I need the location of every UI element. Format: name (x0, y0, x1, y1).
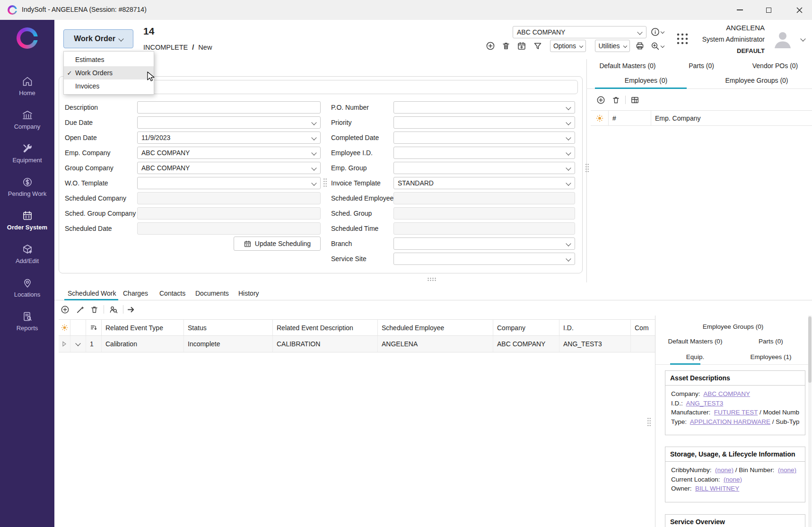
filter-button[interactable] (533, 41, 543, 51)
branch-select[interactable] (393, 237, 575, 250)
sidebar-item-order-system[interactable]: Order System (0, 203, 54, 237)
schedule-table-row[interactable]: 1 Calibration Incomplete CALIBRATION ANG… (59, 336, 655, 352)
sort-button[interactable] (86, 320, 102, 335)
minimize-button[interactable] (729, 0, 751, 20)
add-record-button[interactable] (485, 41, 496, 51)
employees-add-button[interactable] (596, 95, 605, 105)
splitter-handle[interactable] (427, 277, 437, 281)
tab-employee-groups[interactable]: Employee Groups (0) (701, 77, 812, 88)
tab-scheduled-work[interactable]: Scheduled Work (68, 290, 116, 297)
col-related-event-description[interactable]: Related Event Description (273, 320, 378, 335)
sidebar-item-reports[interactable]: Reports (0, 304, 54, 338)
emp-group-select[interactable] (393, 162, 575, 174)
bin-number-link[interactable]: (none) (778, 466, 796, 474)
column-chooser-button[interactable] (59, 320, 70, 335)
employee-id-select[interactable] (393, 147, 575, 159)
sidebar-item-add-edit[interactable]: Add/Edit (0, 237, 54, 271)
schedule-go-button[interactable] (126, 305, 136, 314)
sidebar-item-locations[interactable]: Locations (0, 271, 54, 304)
maximize-button[interactable] (758, 0, 779, 20)
tab-contacts[interactable]: Contacts (159, 290, 185, 297)
priority-select[interactable] (393, 116, 575, 129)
calendar-add-button[interactable] (516, 41, 527, 51)
menu-item-invoices[interactable]: Invoices (64, 79, 154, 93)
sched-group-company-input[interactable] (137, 207, 321, 220)
asset-id-link[interactable]: ANG_TEST3 (686, 400, 724, 407)
tab-vendor-pos[interactable]: Vendor POs (0) (738, 62, 812, 73)
col-scheduled-employee[interactable]: Scheduled Employee (378, 320, 493, 335)
user-avatar[interactable] (772, 28, 794, 50)
tab-default-masters[interactable]: Default Masters (0) (591, 62, 664, 73)
print-button[interactable] (635, 41, 645, 51)
scheduled-time-input[interactable] (393, 222, 575, 235)
schedule-assign-employee-button[interactable] (108, 305, 118, 314)
close-button[interactable] (788, 0, 810, 20)
asset-type-link[interactable]: APPLICATION HARDWARE (690, 418, 770, 425)
col-num[interactable]: # (609, 111, 651, 125)
row-dropdown[interactable] (70, 336, 86, 352)
sidebar-item-company[interactable]: Company (0, 103, 54, 136)
tab-employee-groups2[interactable]: Employee Groups (0) (657, 323, 809, 334)
tab-charges[interactable]: Charges (123, 290, 148, 297)
wo-template-select[interactable] (137, 177, 321, 189)
tab-employees1[interactable]: Employees (1) (733, 353, 809, 364)
tab-parts2[interactable]: Parts (0) (733, 338, 809, 348)
current-location-link[interactable]: (none) (724, 476, 742, 483)
menu-item-work-orders[interactable]: ✓ Work Orders (64, 66, 154, 79)
sidebar-item-equipment[interactable]: Equipment (0, 136, 54, 170)
scheduled-company-input[interactable] (137, 192, 321, 204)
scrollbar-track[interactable] (808, 316, 812, 527)
col-status[interactable]: Status (184, 320, 273, 335)
col-emp-company[interactable]: Emp. Company (651, 111, 812, 125)
schedule-delete-button[interactable] (89, 305, 99, 314)
table-icon (630, 96, 639, 105)
tab-documents[interactable]: Documents (195, 290, 229, 297)
sidebar-item-home[interactable]: Home (0, 69, 54, 103)
cribby-link[interactable]: (none) (715, 466, 733, 474)
po-number-select[interactable] (393, 101, 575, 114)
asset-manufacturer-link[interactable]: FUTURE TEST (714, 409, 758, 416)
expand-right-icon (62, 341, 67, 347)
delete-record-button[interactable] (501, 41, 511, 51)
splitter-handle[interactable] (647, 417, 651, 427)
splitter-handle[interactable] (585, 163, 589, 173)
open-date-select[interactable]: 11/9/2023 (137, 132, 321, 144)
schedule-wizard-button[interactable] (75, 305, 85, 314)
tab-parts[interactable]: Parts (0) (664, 62, 738, 73)
company-filter-select[interactable]: ABC COMPANY (513, 26, 646, 38)
user-menu-button[interactable] (799, 35, 807, 43)
scheduled-employee-input[interactable] (393, 192, 575, 204)
tab-employees[interactable]: Employees (0) (591, 77, 701, 88)
col-id[interactable]: I.D. (559, 320, 631, 335)
column-chooser-button[interactable] (591, 111, 609, 125)
tab-history[interactable]: History (238, 290, 259, 297)
scheduled-date-input[interactable] (137, 222, 321, 235)
employees-grid-view-button[interactable] (630, 95, 639, 105)
utilities-button[interactable]: Utilities (595, 40, 630, 52)
employees-delete-button[interactable] (611, 95, 620, 105)
owner-link[interactable]: BILL WHITNEY (695, 485, 739, 492)
tab-default-masters2[interactable]: Default Masters (0) (657, 338, 733, 348)
col-company[interactable]: Company (493, 320, 559, 335)
invoice-template-select[interactable]: STANDARD (393, 177, 575, 189)
splitter-handle[interactable] (323, 178, 327, 187)
row-expander[interactable] (59, 336, 70, 352)
description-input[interactable] (137, 101, 321, 114)
asset-company-link[interactable]: ABC COMPANY (703, 390, 750, 397)
col-com[interactable]: Com (631, 320, 655, 335)
scrollbar-thumb[interactable] (808, 316, 812, 383)
order-type-button[interactable]: Work Order (63, 29, 133, 48)
update-scheduling-button[interactable]: Update Scheduling (234, 237, 321, 251)
menu-item-estimates[interactable]: Estimates (64, 53, 154, 66)
tab-equip[interactable]: Equip. (657, 353, 733, 364)
sched-group-input[interactable] (393, 207, 575, 220)
col-related-event-type[interactable]: Related Event Type (102, 320, 184, 335)
group-company-select[interactable]: ABC COMPANY (137, 162, 321, 174)
emp-company-select[interactable]: ABC COMPANY (137, 147, 321, 159)
due-date-select[interactable] (137, 116, 321, 129)
schedule-add-button[interactable] (60, 305, 70, 314)
options-button[interactable]: Options (550, 40, 586, 52)
completed-date-select[interactable] (393, 132, 575, 144)
service-site-select[interactable] (393, 253, 575, 265)
sidebar-item-pending-work[interactable]: Pending Work (0, 170, 54, 203)
